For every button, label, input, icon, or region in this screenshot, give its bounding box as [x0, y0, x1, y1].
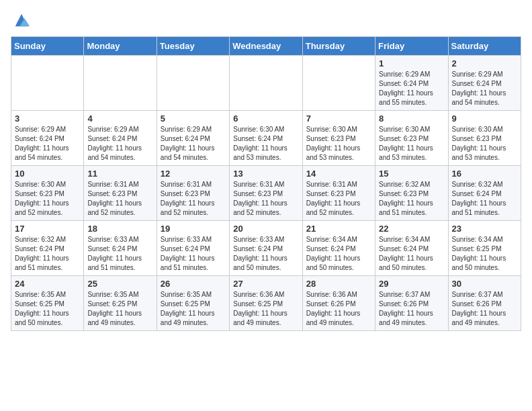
calendar-day: 19Sunrise: 6:33 AM Sunset: 6:24 PM Dayli… — [157, 221, 229, 276]
logo — [11, 11, 31, 30]
day-number: 12 — [161, 169, 226, 179]
day-number: 8 — [379, 113, 444, 124]
day-number: 20 — [233, 224, 298, 234]
day-number: 29 — [379, 279, 444, 289]
calendar-day: 28Sunrise: 6:36 AM Sunset: 6:26 PM Dayli… — [302, 276, 375, 331]
calendar-week-3: 10Sunrise: 6:30 AM Sunset: 6:23 PM Dayli… — [11, 166, 521, 221]
weekday-header-monday: Monday — [84, 37, 157, 56]
calendar-day: 3Sunrise: 6:29 AM Sunset: 6:24 PM Daylig… — [11, 111, 84, 166]
calendar-day: 11Sunrise: 6:31 AM Sunset: 6:23 PM Dayli… — [84, 166, 157, 221]
day-info: Sunrise: 6:35 AM Sunset: 6:25 PM Dayligh… — [15, 290, 80, 328]
calendar-day: 20Sunrise: 6:33 AM Sunset: 6:24 PM Dayli… — [230, 221, 302, 276]
calendar-week-2: 3Sunrise: 6:29 AM Sunset: 6:24 PM Daylig… — [11, 111, 521, 166]
calendar-day: 8Sunrise: 6:30 AM Sunset: 6:23 PM Daylig… — [375, 111, 448, 166]
day-number: 9 — [452, 113, 517, 124]
day-info: Sunrise: 6:37 AM Sunset: 6:26 PM Dayligh… — [379, 290, 444, 328]
day-number: 24 — [15, 279, 80, 289]
calendar-day: 6Sunrise: 6:30 AM Sunset: 6:24 PM Daylig… — [230, 111, 302, 166]
day-number: 19 — [161, 224, 226, 234]
day-info: Sunrise: 6:35 AM Sunset: 6:25 PM Dayligh… — [161, 290, 226, 328]
day-number: 5 — [161, 113, 226, 124]
day-info: Sunrise: 6:31 AM Sunset: 6:23 PM Dayligh… — [87, 180, 152, 218]
day-number: 15 — [379, 169, 444, 179]
calendar-day: 18Sunrise: 6:33 AM Sunset: 6:24 PM Dayli… — [84, 221, 157, 276]
day-number: 26 — [161, 279, 226, 289]
calendar-day — [302, 56, 375, 111]
day-info: Sunrise: 6:33 AM Sunset: 6:24 PM Dayligh… — [233, 235, 298, 273]
day-info: Sunrise: 6:30 AM Sunset: 6:23 PM Dayligh… — [15, 180, 80, 218]
day-number: 27 — [233, 279, 298, 289]
calendar-day: 24Sunrise: 6:35 AM Sunset: 6:25 PM Dayli… — [11, 276, 84, 331]
calendar-day: 1Sunrise: 6:29 AM Sunset: 6:24 PM Daylig… — [375, 56, 448, 111]
day-number: 2 — [452, 58, 517, 68]
calendar-week-1: 1Sunrise: 6:29 AM Sunset: 6:24 PM Daylig… — [11, 56, 521, 111]
day-info: Sunrise: 6:34 AM Sunset: 6:25 PM Dayligh… — [452, 235, 517, 273]
calendar-day: 14Sunrise: 6:31 AM Sunset: 6:23 PM Dayli… — [302, 166, 375, 221]
calendar-day: 15Sunrise: 6:32 AM Sunset: 6:23 PM Dayli… — [375, 166, 448, 221]
day-info: Sunrise: 6:31 AM Sunset: 6:23 PM Dayligh… — [306, 180, 371, 218]
calendar-day — [11, 56, 84, 111]
day-info: Sunrise: 6:33 AM Sunset: 6:24 PM Dayligh… — [87, 235, 152, 273]
day-info: Sunrise: 6:36 AM Sunset: 6:25 PM Dayligh… — [233, 290, 298, 328]
calendar-week-4: 17Sunrise: 6:32 AM Sunset: 6:24 PM Dayli… — [11, 221, 521, 276]
calendar-day: 12Sunrise: 6:31 AM Sunset: 6:23 PM Dayli… — [157, 166, 229, 221]
weekday-header-tuesday: Tuesday — [157, 37, 229, 56]
day-number: 3 — [15, 113, 80, 124]
calendar-day: 29Sunrise: 6:37 AM Sunset: 6:26 PM Dayli… — [375, 276, 448, 331]
calendar-day — [84, 56, 157, 111]
calendar-day — [157, 56, 229, 111]
day-number: 30 — [452, 279, 517, 289]
day-info: Sunrise: 6:33 AM Sunset: 6:24 PM Dayligh… — [161, 235, 226, 273]
weekday-header-sunday: Sunday — [11, 37, 84, 56]
day-info: Sunrise: 6:29 AM Sunset: 6:24 PM Dayligh… — [15, 125, 80, 163]
day-number: 28 — [306, 279, 371, 289]
day-info: Sunrise: 6:32 AM Sunset: 6:24 PM Dayligh… — [452, 180, 517, 218]
calendar-day: 13Sunrise: 6:31 AM Sunset: 6:23 PM Dayli… — [230, 166, 302, 221]
day-number: 18 — [87, 224, 152, 234]
calendar-day: 23Sunrise: 6:34 AM Sunset: 6:25 PM Dayli… — [448, 221, 521, 276]
day-info: Sunrise: 6:29 AM Sunset: 6:24 PM Dayligh… — [87, 125, 152, 163]
day-info: Sunrise: 6:29 AM Sunset: 6:24 PM Dayligh… — [452, 70, 517, 107]
day-info: Sunrise: 6:30 AM Sunset: 6:23 PM Dayligh… — [452, 125, 517, 163]
calendar-table: SundayMondayTuesdayWednesdayThursdayFrid… — [11, 36, 521, 331]
calendar-day: 22Sunrise: 6:34 AM Sunset: 6:24 PM Dayli… — [375, 221, 448, 276]
day-info: Sunrise: 6:30 AM Sunset: 6:24 PM Dayligh… — [233, 125, 298, 163]
day-number: 23 — [452, 224, 517, 234]
day-info: Sunrise: 6:30 AM Sunset: 6:23 PM Dayligh… — [379, 125, 444, 163]
day-info: Sunrise: 6:30 AM Sunset: 6:23 PM Dayligh… — [306, 125, 371, 163]
day-info: Sunrise: 6:34 AM Sunset: 6:24 PM Dayligh… — [306, 235, 371, 273]
day-number: 21 — [306, 224, 371, 234]
day-info: Sunrise: 6:32 AM Sunset: 6:23 PM Dayligh… — [379, 180, 444, 218]
calendar-day: 7Sunrise: 6:30 AM Sunset: 6:23 PM Daylig… — [302, 111, 375, 166]
calendar-day: 5Sunrise: 6:29 AM Sunset: 6:24 PM Daylig… — [157, 111, 229, 166]
day-number: 10 — [15, 169, 80, 179]
calendar-header: SundayMondayTuesdayWednesdayThursdayFrid… — [11, 37, 521, 56]
day-number: 4 — [87, 113, 152, 124]
calendar-day: 21Sunrise: 6:34 AM Sunset: 6:24 PM Dayli… — [302, 221, 375, 276]
day-info: Sunrise: 6:29 AM Sunset: 6:24 PM Dayligh… — [161, 125, 226, 163]
day-info: Sunrise: 6:31 AM Sunset: 6:23 PM Dayligh… — [233, 180, 298, 218]
day-number: 6 — [233, 113, 298, 124]
calendar-day: 30Sunrise: 6:37 AM Sunset: 6:26 PM Dayli… — [448, 276, 521, 331]
calendar-day: 4Sunrise: 6:29 AM Sunset: 6:24 PM Daylig… — [84, 111, 157, 166]
page-header — [11, 11, 521, 30]
calendar-day: 25Sunrise: 6:35 AM Sunset: 6:25 PM Dayli… — [84, 276, 157, 331]
calendar-day: 16Sunrise: 6:32 AM Sunset: 6:24 PM Dayli… — [448, 166, 521, 221]
day-info: Sunrise: 6:32 AM Sunset: 6:24 PM Dayligh… — [15, 235, 80, 273]
day-number: 25 — [87, 279, 152, 289]
calendar-day: 17Sunrise: 6:32 AM Sunset: 6:24 PM Dayli… — [11, 221, 84, 276]
calendar-day: 2Sunrise: 6:29 AM Sunset: 6:24 PM Daylig… — [448, 56, 521, 111]
day-info: Sunrise: 6:36 AM Sunset: 6:26 PM Dayligh… — [306, 290, 371, 328]
calendar-week-5: 24Sunrise: 6:35 AM Sunset: 6:25 PM Dayli… — [11, 276, 521, 331]
day-info: Sunrise: 6:34 AM Sunset: 6:24 PM Dayligh… — [379, 235, 444, 273]
day-info: Sunrise: 6:35 AM Sunset: 6:25 PM Dayligh… — [87, 290, 152, 328]
weekday-header-thursday: Thursday — [302, 37, 375, 56]
day-number: 7 — [306, 113, 371, 124]
weekday-header-saturday: Saturday — [448, 37, 521, 56]
logo-icon — [12, 11, 31, 30]
day-info: Sunrise: 6:31 AM Sunset: 6:23 PM Dayligh… — [161, 180, 226, 218]
day-info: Sunrise: 6:29 AM Sunset: 6:24 PM Dayligh… — [379, 70, 444, 107]
day-number: 22 — [379, 224, 444, 234]
day-number: 17 — [15, 224, 80, 234]
weekday-header-friday: Friday — [375, 37, 448, 56]
